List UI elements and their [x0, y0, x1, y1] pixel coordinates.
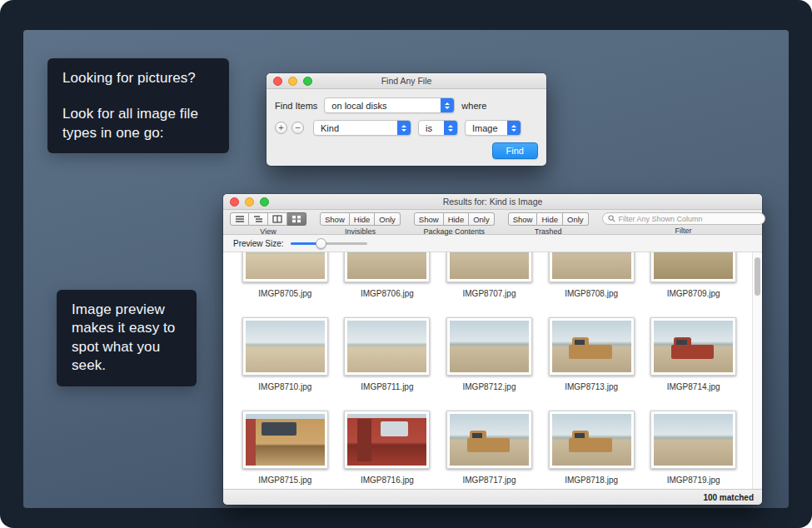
results-window-titlebar[interactable]: Results for: Kind is Image [223, 194, 762, 210]
minimize-button[interactable] [288, 77, 297, 86]
file-name: IMGP8708.jpg [565, 289, 618, 298]
file-thumbnail[interactable] [549, 252, 635, 282]
file-thumbnail[interactable] [650, 252, 736, 282]
file-name: IMGP8719.jpg [667, 476, 720, 485]
file-thumbnail[interactable] [242, 411, 328, 469]
file-item[interactable]: IMGP8709.jpg [645, 252, 742, 299]
vertical-scrollbar[interactable] [752, 252, 762, 489]
truck-shape [671, 345, 714, 359]
add-criterion-button[interactable]: + [275, 122, 287, 134]
view-grid-icon[interactable] [287, 212, 306, 226]
zoom-button[interactable] [303, 77, 312, 86]
trashed-hide-button[interactable]: Hide [537, 212, 563, 226]
file-name: IMGP8709.jpg [667, 289, 720, 298]
scrollbar-thumb[interactable] [755, 257, 760, 296]
zoom-button[interactable] [260, 197, 269, 207]
invisibles-only-button[interactable]: Only [375, 212, 401, 226]
thumbnail-image [552, 414, 631, 466]
file-item[interactable]: IMGP8706.jpg [339, 252, 436, 299]
file-name: IMGP8706.jpg [361, 289, 414, 298]
popup-arrows-icon [441, 97, 454, 113]
file-item[interactable]: IMGP8716.jpg [339, 411, 436, 486]
filter-field[interactable] [602, 212, 765, 225]
file-item[interactable]: IMGP8718.jpg [543, 411, 640, 486]
find-any-file-window: Find Any File Find Items on local disks … [267, 73, 546, 166]
search-scope-value: on local disks [331, 101, 386, 111]
file-item[interactable]: IMGP8715.jpg [237, 411, 334, 486]
thumbnail-image [246, 414, 325, 466]
trashed-show-button[interactable]: Show [508, 212, 538, 226]
package-contents-group: Show Hide Only Package Contents [414, 212, 495, 236]
view-list-icon[interactable] [230, 212, 249, 226]
preview-size-slider[interactable] [291, 238, 367, 249]
file-name: IMGP8714.jpg [667, 382, 720, 391]
view-group-icon[interactable] [249, 212, 268, 226]
truck-shape [569, 438, 611, 452]
file-item[interactable]: IMGP8714.jpg [645, 317, 742, 392]
attribute-value: Kind [321, 123, 339, 133]
file-thumbnail[interactable] [650, 411, 736, 469]
file-thumbnail[interactable] [446, 252, 532, 282]
invisibles-show-button[interactable]: Show [320, 212, 350, 226]
window-title: Results for: Kind is Image [223, 197, 762, 207]
invisibles-hide-button[interactable]: Hide [350, 212, 376, 226]
file-thumbnail[interactable] [242, 252, 328, 282]
thumbnail-image [347, 321, 426, 372]
file-name: IMGP8705.jpg [258, 289, 311, 298]
find-window-titlebar[interactable]: Find Any File [267, 73, 546, 89]
file-item[interactable]: IMGP8717.jpg [441, 411, 538, 486]
trashed-group: Show Hide Only Trashed [508, 212, 589, 236]
file-thumbnail[interactable] [446, 317, 532, 376]
thumbnail-image [654, 414, 733, 466]
slider-knob[interactable] [316, 238, 326, 249]
package-contents-show-button[interactable]: Show [414, 212, 444, 226]
trashed-only-button[interactable]: Only [563, 212, 589, 226]
file-name: IMGP8713.jpg [565, 382, 618, 391]
file-item[interactable]: IMGP8719.jpg [645, 411, 742, 486]
value-popup[interactable]: Image [465, 120, 521, 136]
callout-image-preview: Image preview makes it easy to spot what… [57, 290, 197, 386]
operator-popup[interactable]: is [418, 120, 458, 136]
file-thumbnail[interactable] [549, 317, 635, 376]
filter-group: Filter [602, 212, 765, 235]
view-group-label: View [260, 227, 276, 236]
package-contents-only-button[interactable]: Only [469, 212, 495, 226]
thumbnail-image [347, 252, 426, 279]
thumbnail-image [246, 252, 325, 279]
thumbnail-image [552, 321, 631, 372]
view-columns-icon[interactable] [268, 212, 287, 226]
file-thumbnail[interactable] [446, 411, 532, 469]
minimize-button[interactable] [245, 197, 254, 207]
filter-input[interactable] [619, 215, 760, 223]
preview-size-label: Preview Size: [233, 239, 284, 248]
package-contents-hide-button[interactable]: Hide [444, 212, 470, 226]
results-window: Results for: Kind is Image [223, 194, 762, 505]
preview-size-bar: Preview Size: [223, 235, 762, 252]
file-item[interactable]: IMGP8708.jpg [543, 252, 640, 299]
file-thumbnail[interactable] [242, 317, 328, 376]
close-button[interactable] [273, 77, 282, 86]
invisibles-group-label: Invisibles [345, 227, 376, 236]
desktop-background: Looking for pictures? Look for all image… [23, 30, 789, 508]
file-item[interactable]: IMGP8713.jpg [543, 317, 640, 392]
file-thumbnail[interactable] [344, 317, 430, 376]
attribute-popup[interactable]: Kind [313, 120, 411, 136]
file-item[interactable]: IMGP8712.jpg [441, 317, 538, 392]
file-thumbnail[interactable] [344, 252, 430, 282]
truck-shape [569, 345, 611, 359]
search-scope-popup[interactable]: on local disks [324, 97, 455, 113]
remove-criterion-button[interactable]: − [291, 122, 304, 134]
find-button[interactable]: Find [492, 142, 538, 159]
file-item[interactable]: IMGP8711.jpg [339, 317, 436, 392]
file-item[interactable]: IMGP8705.jpg [237, 252, 334, 299]
slider-track[interactable] [291, 242, 367, 245]
file-item[interactable]: IMGP8707.jpg [441, 252, 538, 299]
file-thumbnail[interactable] [549, 411, 635, 469]
popup-arrows-icon [444, 120, 457, 136]
view-group: View [230, 212, 306, 236]
file-thumbnail[interactable] [650, 317, 736, 376]
file-item[interactable]: IMGP8710.jpg [237, 317, 334, 392]
file-name: IMGP8711.jpg [361, 382, 413, 391]
close-button[interactable] [230, 197, 239, 207]
file-thumbnail[interactable] [344, 411, 430, 469]
